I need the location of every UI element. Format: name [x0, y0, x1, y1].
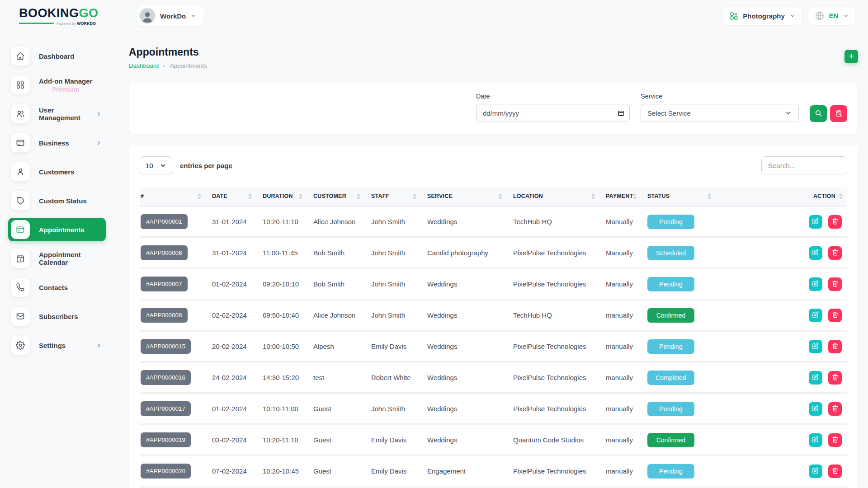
filter-search-button[interactable]	[810, 105, 827, 122]
add-appointment-button[interactable]	[844, 50, 858, 63]
delete-button[interactable]	[828, 309, 842, 322]
edit-button[interactable]	[809, 215, 822, 229]
edit-pencil-icon	[812, 311, 819, 319]
delete-button[interactable]	[828, 371, 842, 385]
trash-icon	[832, 343, 839, 351]
main-content: Appointments Dashboard › Appointments Da…	[113, 32, 868, 488]
edit-pencil-icon	[812, 280, 819, 288]
edit-button[interactable]	[809, 246, 822, 260]
delete-button[interactable]	[828, 402, 842, 416]
cell-action	[721, 331, 847, 362]
delete-button[interactable]	[828, 246, 842, 260]
cell-location: TechHub HQ	[512, 206, 605, 237]
column-header-payment[interactable]: PAYMENT	[605, 187, 646, 206]
cell-customer: Alpesh	[312, 331, 370, 362]
edit-button[interactable]	[809, 309, 822, 322]
sidebar-item-add-on-manager[interactable]: Add-on Manager Premium	[8, 73, 106, 97]
filter-reset-button[interactable]	[830, 105, 847, 122]
sort-arrows-icon[interactable]	[357, 193, 360, 199]
edit-button[interactable]	[809, 340, 822, 353]
sidebar-item-customers[interactable]: Customers	[8, 160, 106, 183]
column-header-staff[interactable]: STAFF	[370, 187, 426, 206]
cell-status: Pending	[646, 206, 721, 237]
breadcrumb-dashboard-link[interactable]: Dashboard	[129, 62, 159, 69]
cell-staff: John Smith	[370, 300, 426, 331]
appointments-table-body: #APP000001 31-01-2024 10:20-11:10 Alice …	[140, 206, 847, 487]
table-row: #APP0000015 20-02-2024 10:00-10:50 Alpes…	[140, 331, 847, 362]
sidebar-item-settings[interactable]: Settings	[8, 333, 106, 357]
edit-button[interactable]	[809, 465, 822, 478]
sidebar-item-contacts[interactable]: Contacts	[8, 276, 106, 299]
sort-arrows-icon[interactable]	[413, 193, 416, 199]
cell-duration: 11:00-11:45	[262, 237, 312, 268]
date-input[interactable]	[476, 104, 630, 122]
column-header-service[interactable]: SERVICE	[426, 187, 512, 206]
delete-button[interactable]	[828, 465, 842, 478]
sidebar-item-label: Add-on Manager	[39, 77, 92, 85]
sidebar-item-user-management[interactable]: User Management	[8, 102, 106, 126]
sort-arrows-icon[interactable]	[499, 193, 502, 199]
cell-staff: John Smith	[370, 237, 426, 268]
sidebar-item-dashboard[interactable]: Dashboard	[8, 44, 106, 68]
delete-button[interactable]	[828, 215, 842, 229]
service-select[interactable]: Select Service	[641, 104, 799, 122]
sort-arrows-icon[interactable]	[299, 193, 302, 199]
delete-button[interactable]	[828, 340, 842, 353]
sort-arrows-icon[interactable]	[633, 193, 637, 199]
sort-arrows-icon[interactable]	[198, 193, 201, 199]
calendar-picker-icon[interactable]	[618, 110, 624, 117]
status-badge: Pending	[647, 277, 694, 291]
sort-arrows-icon[interactable]	[248, 193, 252, 199]
cell-action	[721, 455, 847, 487]
cell-duration: 10:10-11:00	[262, 393, 312, 424]
sidebar-item-appointment-calendar[interactable]: Appointment Calendar	[8, 247, 106, 270]
cell-customer: Guest	[312, 424, 370, 455]
sidebar-item-label: Appointment Calendar	[39, 251, 102, 266]
table-controls: 10 entries per page	[140, 156, 847, 174]
sidebar-item-custom-status[interactable]: Custom Status	[8, 189, 106, 212]
workspace-switcher[interactable]: WorkDo	[137, 5, 204, 26]
sidebar-item-subscribers[interactable]: Subscribers	[8, 305, 106, 328]
cell-id: #APP0000016	[140, 362, 211, 393]
appointment-id-badge: #APP000008	[141, 308, 188, 323]
table-search-input[interactable]	[761, 156, 847, 174]
table-row: #APP000001 31-01-2024 10:20-11:10 Alice …	[140, 206, 847, 237]
sidebar-item-label: Business	[39, 139, 69, 147]
cell-service: Weddings	[426, 268, 512, 300]
cell-date: 02-02-2024	[211, 300, 262, 331]
cell-status: Pending	[646, 393, 721, 424]
sort-arrows-icon[interactable]	[591, 193, 595, 199]
column-header-date[interactable]: DATE	[211, 187, 262, 206]
chevron-down-icon	[190, 13, 197, 19]
business-switcher[interactable]: Photography	[723, 7, 802, 25]
sidebar-item-business[interactable]: Business	[8, 131, 106, 155]
language-switcher[interactable]: EN	[808, 7, 855, 25]
column-header-action[interactable]: ACTION	[721, 187, 847, 206]
edit-button[interactable]	[809, 402, 822, 416]
column-header-status[interactable]: STATUS	[646, 187, 721, 206]
cell-status: Pending	[646, 455, 721, 487]
cell-action	[721, 237, 847, 268]
logo-text: BOOKINGGO	[19, 6, 96, 20]
entries-per-page-select[interactable]: 10	[140, 156, 172, 174]
delete-button[interactable]	[828, 433, 842, 447]
column-header-customer[interactable]: CUSTOMER	[312, 187, 370, 206]
cell-payment: manually	[605, 362, 646, 393]
sort-arrows-icon[interactable]	[708, 193, 711, 199]
sort-arrows-icon[interactable]	[839, 193, 843, 199]
search-icon	[815, 109, 822, 118]
cell-payment: manually	[605, 393, 646, 424]
edit-button[interactable]	[809, 277, 822, 291]
delete-button[interactable]	[828, 277, 842, 291]
status-badge: Pending	[647, 402, 694, 416]
column-header-location[interactable]: LOCATION	[512, 187, 605, 206]
column-header-duration[interactable]: DURATION	[262, 187, 312, 206]
cell-location: Quantum Code Studios	[512, 424, 605, 455]
language-label: EN	[829, 12, 838, 19]
column-header-id[interactable]: #	[140, 187, 211, 206]
edit-button[interactable]	[809, 371, 822, 385]
cell-id: #APP000006	[140, 237, 211, 268]
edit-button[interactable]	[809, 433, 822, 447]
cell-status: Pending	[646, 331, 721, 362]
sidebar-item-appointments[interactable]: Appointments	[8, 218, 106, 241]
